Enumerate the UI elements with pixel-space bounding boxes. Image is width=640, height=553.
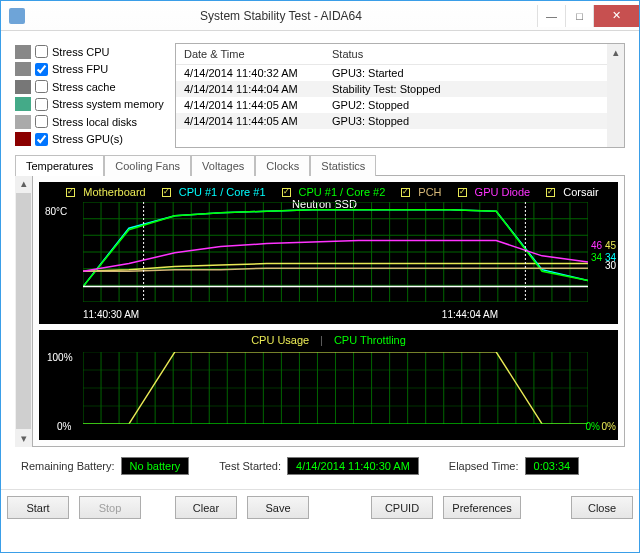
chart2-legend: CPU Usage | CPU Throttling: [39, 330, 618, 348]
chart-v-scrollbar[interactable]: ▴ ▾: [15, 175, 32, 447]
gpu-icon: [15, 132, 31, 146]
legend-label: Motherboard: [83, 186, 145, 198]
stress-label: Stress FPU: [52, 63, 108, 75]
log-cell-status: GPU3: Stopped: [332, 115, 409, 127]
stress-label: Stress system memory: [52, 98, 164, 110]
log-scrollbar[interactable]: ▴: [607, 44, 624, 147]
log-cell-date: 4/14/2014 11:44:05 AM: [184, 99, 332, 111]
mem-icon: [15, 97, 31, 111]
close-button[interactable]: Close: [571, 496, 633, 519]
stress-checkbox[interactable]: [35, 80, 48, 93]
window-title: System Stability Test - AIDA64: [25, 9, 537, 23]
legend-label: CPU #1 / Core #1: [179, 186, 266, 198]
log-cell-date: 4/14/2014 11:44:05 AM: [184, 115, 332, 127]
stress-checkbox[interactable]: [35, 133, 48, 146]
chart2-y-0: 0%: [57, 421, 71, 432]
cpuid-button[interactable]: CPUID: [371, 496, 433, 519]
legend-cpu-throttling: CPU Throttling: [334, 334, 406, 346]
legend-cpu-usage: CPU Usage: [251, 334, 309, 346]
preferences-button[interactable]: Preferences: [443, 496, 521, 519]
battery-label: Remaining Battery:: [21, 460, 115, 472]
chart1-x-start: 11:40:30 AM: [83, 309, 139, 320]
legend-checkbox[interactable]: [282, 188, 291, 197]
log-header-date[interactable]: Date & Time: [184, 48, 332, 60]
legend-label: CPU #1 / Core #2: [299, 186, 386, 198]
scroll-up-icon[interactable]: ▴: [607, 44, 624, 61]
stress-checkbox[interactable]: [35, 45, 48, 58]
tab-statistics[interactable]: Statistics: [310, 155, 376, 176]
stress-item: Stress system memory: [15, 96, 165, 114]
stress-item: Stress local disks: [15, 113, 165, 131]
end-label: 46: [591, 240, 602, 251]
stress-label: Stress local disks: [52, 116, 137, 128]
chart2-y-100: 100%: [47, 352, 73, 363]
stress-label: Stress GPU(s): [52, 133, 123, 145]
log-cell-date: 4/14/2014 11:40:32 AM: [184, 67, 332, 79]
legend-checkbox[interactable]: [546, 188, 555, 197]
legend-checkbox[interactable]: [66, 188, 75, 197]
status-row: Remaining Battery: No battery Test Start…: [15, 447, 625, 481]
legend-checkbox[interactable]: [458, 188, 467, 197]
stress-item: Stress cache: [15, 78, 165, 96]
legend-label: GPU Diode: [475, 186, 531, 198]
end-label: 30: [605, 260, 616, 271]
legend-label: PCH: [418, 186, 441, 198]
end-label: 45: [605, 240, 616, 251]
log-row[interactable]: 4/14/2014 11:44:05 AMGPU3: Stopped: [176, 113, 624, 129]
log-cell-status: Stability Test: Stopped: [332, 83, 441, 95]
cache-icon: [15, 80, 31, 94]
elapsed-value: 0:03:34: [525, 457, 580, 475]
log-row[interactable]: 4/14/2014 11:40:32 AMGPU3: Started: [176, 65, 624, 81]
elapsed-label: Elapsed Time:: [449, 460, 519, 472]
temperature-chart: MotherboardCPU #1 / Core #1CPU #1 / Core…: [39, 182, 618, 324]
scroll-down-icon[interactable]: ▾: [15, 430, 32, 447]
tab-temperatures[interactable]: Temperatures: [15, 155, 104, 176]
tab-bar: TemperaturesCooling FansVoltagesClocksSt…: [15, 154, 625, 175]
log-cell-status: GPU3: Started: [332, 67, 404, 79]
scroll-up-icon[interactable]: ▴: [15, 175, 32, 192]
stress-label: Stress cache: [52, 81, 116, 93]
stress-item: Stress FPU: [15, 61, 165, 79]
stress-checkbox[interactable]: [35, 98, 48, 111]
stress-item: Stress CPU: [15, 43, 165, 61]
end-label: 34: [591, 252, 602, 263]
titlebar: System Stability Test - AIDA64 — □ ✕: [1, 1, 639, 31]
test-started-label: Test Started:: [219, 460, 281, 472]
log-header-status[interactable]: Status: [332, 48, 363, 60]
disk-icon: [15, 115, 31, 129]
tab-cooling-fans[interactable]: Cooling Fans: [104, 155, 191, 176]
log-body: 4/14/2014 11:40:32 AMGPU3: Started4/14/2…: [176, 65, 624, 129]
fpu-icon: [15, 62, 31, 76]
log-cell-status: GPU2: Stopped: [332, 99, 409, 111]
log-panel: Date & Time Status 4/14/2014 11:40:32 AM…: [175, 43, 625, 148]
stress-item: Stress GPU(s): [15, 131, 165, 149]
cpu-usage-chart: CPU Usage | CPU Throttling 100% 0% 0%0%: [39, 330, 618, 440]
stress-checkbox[interactable]: [35, 63, 48, 76]
tab-voltages[interactable]: Voltages: [191, 155, 255, 176]
button-row: Start Stop Clear Save CPUID Preferences …: [1, 489, 639, 525]
test-started-value: 4/14/2014 11:40:30 AM: [287, 457, 419, 475]
chart-area: MotherboardCPU #1 / Core #1CPU #1 / Core…: [32, 175, 625, 447]
log-row[interactable]: 4/14/2014 11:44:04 AMStability Test: Sto…: [176, 81, 624, 97]
chart1-x-end: 11:44:04 AM: [442, 309, 498, 320]
stop-button[interactable]: Stop: [79, 496, 141, 519]
clear-button[interactable]: Clear: [175, 496, 237, 519]
legend-checkbox[interactable]: [401, 188, 410, 197]
cpu-icon: [15, 45, 31, 59]
stress-checkbox[interactable]: [35, 115, 48, 128]
battery-value: No battery: [121, 457, 190, 475]
log-row[interactable]: 4/14/2014 11:44:05 AMGPU2: Stopped: [176, 97, 624, 113]
start-button[interactable]: Start: [7, 496, 69, 519]
end-label: 0%: [586, 421, 600, 432]
maximize-button[interactable]: □: [565, 5, 593, 27]
app-icon: [9, 8, 25, 24]
tab-clocks[interactable]: Clocks: [255, 155, 310, 176]
minimize-button[interactable]: —: [537, 5, 565, 27]
close-window-button[interactable]: ✕: [593, 5, 639, 27]
stress-options-list: Stress CPUStress FPUStress cacheStress s…: [15, 43, 165, 148]
end-label: 0%: [602, 421, 616, 432]
chart1-y-tick: 80°C: [45, 206, 67, 217]
legend-checkbox[interactable]: [162, 188, 171, 197]
stress-label: Stress CPU: [52, 46, 109, 58]
save-button[interactable]: Save: [247, 496, 309, 519]
